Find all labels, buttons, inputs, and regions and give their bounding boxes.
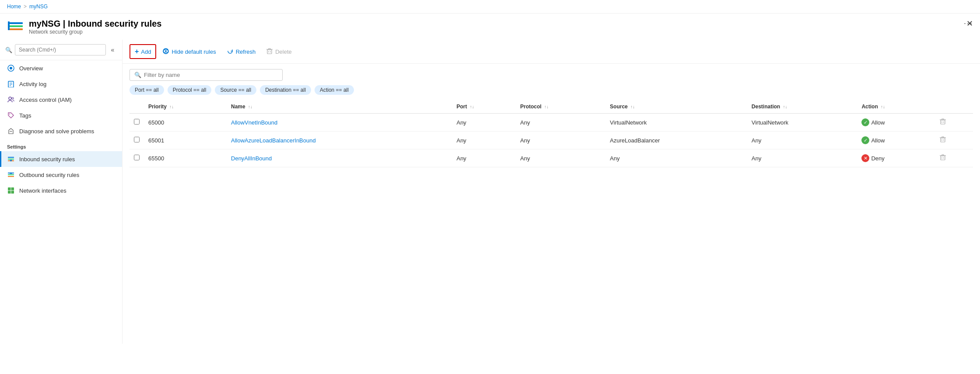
inbound-icon bbox=[7, 155, 15, 163]
delete-row-button-2[interactable] bbox=[939, 155, 946, 162]
table-header-action[interactable]: Action ↑↓ bbox=[857, 100, 935, 114]
sidebar-item-tags[interactable]: Tags bbox=[0, 107, 122, 123]
breadcrumb-home[interactable]: Home bbox=[7, 3, 21, 10]
breadcrumb-separator: > bbox=[24, 3, 27, 10]
table-row: 65001AllowAzureLoadBalancerInBoundAnyAny… bbox=[130, 132, 973, 149]
row-checkbox-0[interactable] bbox=[134, 119, 140, 125]
hide-label: Hide default rules bbox=[172, 48, 216, 55]
sidebar-item-network-interfaces[interactable]: Network interfaces bbox=[0, 183, 122, 198]
cell-destination-0: VirtualNetwork bbox=[747, 114, 858, 132]
settings-section-label: Settings bbox=[0, 139, 122, 151]
cell-source-2: Any bbox=[606, 149, 747, 167]
filter-area: 🔍 Port == all Protocol == all Source == … bbox=[122, 64, 980, 100]
delete-row-button-0[interactable] bbox=[939, 119, 946, 126]
cell-name-link-2[interactable]: DenyAllInBound bbox=[231, 155, 272, 162]
action-text-0: Allow bbox=[871, 119, 885, 126]
table-row: 65500DenyAllInBoundAnyAnyAnyAny✕Deny bbox=[130, 149, 973, 167]
cell-source-0: VirtualNetwork bbox=[606, 114, 747, 132]
deny-icon: ✕ bbox=[861, 154, 869, 162]
delete-row-button-1[interactable] bbox=[939, 137, 946, 144]
svg-rect-30 bbox=[941, 120, 945, 124]
refresh-button[interactable]: Refresh bbox=[222, 45, 260, 59]
filter-tag-action[interactable]: Action == all bbox=[315, 85, 354, 95]
table-header-row: Priority ↑↓ Name ↑↓ Port ↑↓ Protocol bbox=[130, 100, 973, 114]
sidebar-item-inbound[interactable]: Inbound security rules bbox=[0, 151, 122, 167]
table-header-destination[interactable]: Destination ↑↓ bbox=[747, 100, 858, 114]
rules-table: Priority ↑↓ Name ↑↓ Port ↑↓ Protocol bbox=[122, 100, 980, 167]
protocol-sort-icon: ↑↓ bbox=[544, 104, 549, 109]
svg-rect-38 bbox=[941, 156, 945, 160]
cell-name-0: AllowVnetInBound bbox=[227, 114, 452, 132]
sidebar-item-iam[interactable]: Access control (IAM) bbox=[0, 92, 122, 107]
cell-priority-0: 65000 bbox=[144, 114, 227, 132]
sidebar-item-outbound[interactable]: Outbound security rules bbox=[0, 167, 122, 183]
search-input[interactable] bbox=[15, 44, 106, 55]
breadcrumb: Home > myNSG bbox=[0, 0, 980, 14]
filter-tag-protocol[interactable]: Protocol == all bbox=[168, 85, 212, 95]
svg-rect-2 bbox=[9, 28, 23, 30]
search-box: 🔍 « bbox=[0, 40, 122, 60]
network-interfaces-icon bbox=[7, 187, 15, 194]
outbound-icon bbox=[7, 171, 15, 179]
port-col-label: Port bbox=[456, 104, 467, 110]
add-label: Add bbox=[141, 48, 151, 55]
cell-destination-2: Any bbox=[747, 149, 858, 167]
sidebar-item-overview[interactable]: Overview bbox=[0, 60, 122, 76]
table-header-source[interactable]: Source ↑↓ bbox=[606, 100, 747, 114]
sidebar-item-overview-label: Overview bbox=[19, 65, 43, 72]
cell-action-1: ✓Allow bbox=[857, 132, 935, 149]
svg-rect-19 bbox=[8, 176, 14, 177]
diagnose-icon bbox=[7, 127, 15, 135]
cell-name-link-0[interactable]: AllowVnetInBound bbox=[231, 119, 277, 126]
sidebar-item-network-interfaces-label: Network interfaces bbox=[19, 187, 66, 194]
row-checkbox-1[interactable] bbox=[134, 137, 140, 142]
table-header-delete bbox=[935, 100, 973, 114]
breadcrumb-current[interactable]: myNSG bbox=[29, 3, 48, 10]
toolbar: + Add Hide default rules Refresh Del bbox=[122, 40, 980, 64]
allow-icon: ✓ bbox=[861, 118, 869, 126]
filter-tag-port[interactable]: Port == all bbox=[130, 85, 164, 95]
add-button[interactable]: + Add bbox=[130, 44, 156, 59]
sidebar-item-activity-log[interactable]: Activity log bbox=[0, 76, 122, 92]
sidebar: 🔍 « Overview Activity log bbox=[0, 40, 122, 344]
svg-rect-0 bbox=[9, 22, 23, 24]
table-header-priority[interactable]: Priority ↑↓ bbox=[144, 100, 227, 114]
sidebar-item-tags-label: Tags bbox=[19, 112, 31, 119]
row-checkbox-2[interactable] bbox=[134, 155, 140, 160]
filter-tag-source[interactable]: Source == all bbox=[215, 85, 256, 95]
priority-col-label: Priority bbox=[148, 104, 167, 110]
filter-input[interactable] bbox=[144, 72, 278, 78]
table-header-name[interactable]: Name ↑↓ bbox=[227, 100, 452, 114]
filter-tag-destination[interactable]: Destination == all bbox=[260, 85, 311, 95]
page-subtitle: Network security group bbox=[29, 29, 959, 35]
table-header-protocol[interactable]: Protocol ↑↓ bbox=[516, 100, 606, 114]
sidebar-item-diagnose[interactable]: Diagnose and solve problems bbox=[0, 123, 122, 139]
table-header-port[interactable]: Port ↑↓ bbox=[452, 100, 516, 114]
refresh-label: Refresh bbox=[236, 48, 256, 55]
header-title-block: myNSG | Inbound security rules Network s… bbox=[29, 19, 959, 35]
allow-icon: ✓ bbox=[861, 136, 869, 144]
page-title: myNSG | Inbound security rules bbox=[29, 19, 959, 29]
cell-delete-1 bbox=[935, 132, 973, 149]
cell-source-1: AzureLoadBalancer bbox=[606, 132, 747, 149]
collapse-button[interactable]: « bbox=[108, 45, 117, 55]
cell-delete-0 bbox=[935, 114, 973, 132]
delete-button[interactable]: Delete bbox=[262, 45, 296, 59]
cell-name-link-1[interactable]: AllowAzureLoadBalancerInBound bbox=[231, 137, 316, 144]
svg-rect-13 bbox=[8, 157, 14, 158]
name-col-label: Name bbox=[231, 104, 245, 110]
svg-rect-34 bbox=[941, 138, 945, 142]
sidebar-item-outbound-label: Outbound security rules bbox=[19, 172, 79, 178]
search-icon: 🔍 bbox=[5, 47, 12, 53]
filter-search-box: 🔍 bbox=[130, 69, 283, 81]
hide-icon bbox=[162, 48, 169, 56]
hide-default-rules-button[interactable]: Hide default rules bbox=[158, 45, 220, 59]
sidebar-item-inbound-label: Inbound security rules bbox=[19, 156, 75, 163]
port-sort-icon: ↑↓ bbox=[470, 104, 474, 109]
action-text-1: Allow bbox=[871, 137, 885, 144]
filter-tags: Port == all Protocol == all Source == al… bbox=[130, 85, 973, 95]
cell-protocol-0: Any bbox=[516, 114, 606, 132]
cell-port-0: Any bbox=[452, 114, 516, 132]
activity-log-icon bbox=[7, 80, 15, 88]
close-button[interactable]: ✕ bbox=[966, 19, 973, 28]
